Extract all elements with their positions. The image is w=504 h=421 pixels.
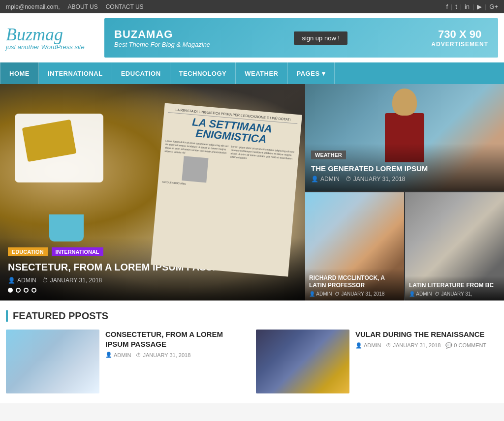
featured-posts-section: FEATURED PPOSTS CONSECTETUR, FROM A LORE… xyxy=(0,301,504,403)
user-icon: 👤 xyxy=(311,176,318,182)
featured-card-2[interactable]: VULAR DURING THE RENAISSANCE 👤 ADMIN ⏱ J… xyxy=(256,330,498,393)
ad-signup-button[interactable]: sign up now ! xyxy=(294,31,347,45)
user-icon: 👤 xyxy=(105,352,112,358)
top-right-title: THE GENERATED LOREM IPSUM xyxy=(311,164,498,173)
fc1-author: 👤 ADMIN xyxy=(105,352,131,358)
clock-icon: ⏱ xyxy=(136,352,141,358)
newspaper-decoration: LA RIVISTA DI LINGUISTICA PRIMA PER L'ED… xyxy=(151,103,302,276)
newspaper-col-2: Lorem ipsum dolor sit amet consectetur a… xyxy=(220,145,295,272)
top-right-tags: WEATHER xyxy=(311,150,498,159)
youtube-icon[interactable]: ▶ xyxy=(477,3,482,10)
site-title: Buzmag xyxy=(6,26,94,43)
clock-icon: ⏱ xyxy=(386,342,391,348)
featured-card-2-image xyxy=(256,330,349,393)
featured-card-2-meta: 👤 ADMIN ⏱ JANUARY 31, 2018 💬 0 COMMENT xyxy=(355,342,498,349)
dropdown-arrow-icon: ▾ xyxy=(322,70,326,77)
hero-main-post[interactable]: LA RIVISTA DI LINGUISTICA PRIMA PER L'ED… xyxy=(0,84,305,301)
slide-dot-1[interactable] xyxy=(8,288,13,293)
featured-card-1[interactable]: CONSECTETUR, FROM A LOREM IPSUM PASSAGE … xyxy=(6,330,248,393)
ad-subtitle: Best Theme For Blog & Magazine xyxy=(114,41,210,48)
twitter-icon[interactable]: t xyxy=(455,3,457,10)
featured-section-title: FEATURED PPOSTS xyxy=(6,310,498,322)
main-navigation: HOME INTERNATIONAL EDUCATION TECHNOLOGY … xyxy=(0,62,504,84)
bottom-right-date: ⏱ JANUARY 31, xyxy=(435,291,472,297)
top-bar: mple@noemail.com, ABOUT US CONTACT US f … xyxy=(0,0,504,13)
bottom-left-author: 👤 ADMIN xyxy=(309,291,332,297)
newspaper-body: Lorem ipsum dolor sit amet consectetur a… xyxy=(155,139,295,272)
separator: | xyxy=(485,3,486,10)
hero-bottom-left-post[interactable]: RICHARD MCCLINTOCK, A LATIN PROFESSOR 👤 … xyxy=(305,192,405,301)
slide-dot-2[interactable] xyxy=(16,288,21,293)
hero-date: ⏱ JANUARY 31, 2018 xyxy=(42,277,102,284)
featured-card-2-content: VULAR DURING THE RENAISSANCE 👤 ADMIN ⏱ J… xyxy=(355,330,498,393)
featured-card-1-content: CONSECTETUR, FROM A LOREM IPSUM PASSAGE … xyxy=(105,330,248,393)
nav-weather[interactable]: WEATHER xyxy=(236,62,287,84)
nav-pages[interactable]: PAGES ▾ xyxy=(288,62,335,84)
fc1-date: ⏱ JANUARY 31, 2018 xyxy=(136,352,190,358)
hero-author: 👤 ADMIN xyxy=(8,277,36,284)
bottom-left-meta: 👤 ADMIN ⏱ JANUARY 31, 2018 xyxy=(309,291,400,297)
hero-bottom-row: RICHARD MCCLINTOCK, A LATIN PROFESSOR 👤 … xyxy=(305,192,504,301)
ad-title: BUZAMAG xyxy=(114,28,210,41)
top-bar-left: mple@noemail.com, ABOUT US CONTACT US xyxy=(6,3,144,10)
about-us-link[interactable]: ABOUT US xyxy=(68,3,98,10)
slide-dot-3[interactable] xyxy=(24,288,29,293)
fc2-author: 👤 ADMIN xyxy=(355,342,381,349)
googleplus-icon[interactable]: G+ xyxy=(489,3,498,10)
nav-technology[interactable]: TECHNOLOGY xyxy=(170,62,236,84)
comment-icon: 💬 xyxy=(445,342,452,349)
nav-international[interactable]: INTERNATIONAL xyxy=(39,62,112,84)
bottom-left-date: ⏱ JANUARY 31, 2018 xyxy=(335,291,384,297)
bottom-right-title: LATIN LITERATURE FROM BC xyxy=(409,282,500,289)
hero-bottom-right-post[interactable]: LATIN LITERATURE FROM BC 👤 ADMIN ⏱ JANUA… xyxy=(405,192,504,301)
fc2-comments: 💬 0 COMMENT xyxy=(445,342,486,349)
person-head xyxy=(392,89,417,116)
feat-img-2-bg xyxy=(256,330,349,393)
nav-pages-label: PAGES xyxy=(297,70,320,77)
clock-icon: ⏱ xyxy=(42,277,48,284)
bottom-right-overlay: LATIN LITERATURE FROM BC 👤 ADMIN ⏱ JANUA… xyxy=(405,276,504,301)
slide-dot-4[interactable] xyxy=(32,288,36,293)
site-header: Buzmag just another WordPress site BUZAM… xyxy=(0,13,504,62)
top-right-meta: 👤 ADMIN ⏱ JANUARY 31, 2018 xyxy=(311,176,498,182)
nav-education[interactable]: EDUCATION xyxy=(112,62,170,84)
site-tagline: just another WordPress site xyxy=(6,43,94,51)
slider-dots[interactable] xyxy=(8,288,297,293)
bottom-left-overlay: RICHARD MCCLINTOCK, A LATIN PROFESSOR 👤 … xyxy=(305,269,404,301)
featured-card-1-meta: 👤 ADMIN ⏱ JANUARY 31, 2018 xyxy=(105,352,248,358)
cup-decoration xyxy=(49,214,84,241)
hero-top-right-overlay: WEATHER THE GENERATED LOREM IPSUM 👤 ADMI… xyxy=(305,144,504,191)
newspaper-col-1: Lorem ipsum dolor sit amet consectetur a… xyxy=(155,139,229,267)
bottom-right-meta: 👤 ADMIN ⏱ JANUARY 31, xyxy=(409,291,500,297)
feat-img-1-bg xyxy=(6,330,99,393)
facebook-icon[interactable]: f xyxy=(446,3,448,10)
clock-icon: ⏱ xyxy=(346,176,351,182)
advertisement-banner[interactable]: BUZAMAG Best Theme For Blog & Magazine s… xyxy=(104,18,498,58)
bottom-right-author: 👤 ADMIN xyxy=(409,291,432,297)
user-icon: 👤 xyxy=(355,342,362,349)
hero-section: LA RIVISTA DI LINGUISTICA PRIMA PER L'ED… xyxy=(0,84,504,301)
user-icon: 👤 xyxy=(8,277,15,284)
nav-home[interactable]: HOME xyxy=(0,62,39,84)
clock-icon: ⏱ xyxy=(435,291,440,297)
contact-us-link[interactable]: CONTACT US xyxy=(106,3,144,10)
user-icon: 👤 xyxy=(409,291,415,297)
bottom-left-title: RICHARD MCCLINTOCK, A LATIN PROFESSOR xyxy=(309,274,400,289)
weather-tag[interactable]: WEATHER xyxy=(311,150,346,159)
featured-grid: CONSECTETUR, FROM A LOREM IPSUM PASSAGE … xyxy=(6,330,498,393)
ad-size-info: 730 X 90 ADVERTISEMENT xyxy=(431,28,488,48)
separator: | xyxy=(472,3,474,10)
top-right-date: ⏱ JANUARY 31, 2018 xyxy=(346,176,406,182)
email-address: mple@noemail.com, xyxy=(6,3,60,10)
user-icon: 👤 xyxy=(309,291,315,297)
featured-card-2-title: VULAR DURING THE RENAISSANCE xyxy=(355,330,498,339)
linkedin-icon[interactable]: in xyxy=(465,3,470,10)
featured-card-1-image xyxy=(6,330,99,393)
education-tag[interactable]: EDUCATION xyxy=(8,247,48,256)
site-logo[interactable]: Buzmag just another WordPress site xyxy=(6,26,94,51)
international-tag[interactable]: INTERNATIONAL xyxy=(52,247,103,256)
hero-main-meta: 👤 ADMIN ⏱ JANUARY 31, 2018 xyxy=(8,277,297,284)
hero-top-right-post[interactable]: WEATHER THE GENERATED LOREM IPSUM 👤 ADMI… xyxy=(305,84,504,192)
top-bar-right: f | t | in | ▶ | G+ xyxy=(446,3,498,10)
ad-content-left: BUZAMAG Best Theme For Blog & Magazine xyxy=(114,28,210,48)
